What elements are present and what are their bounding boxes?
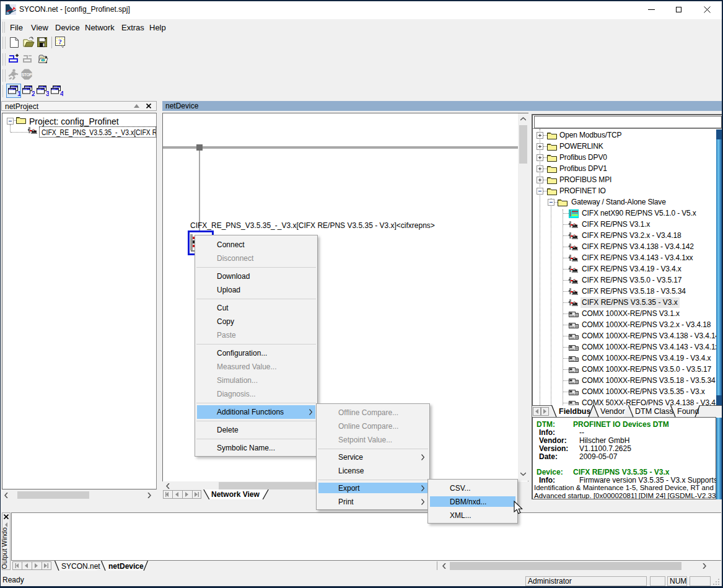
svg-text:netDevice: netDevice (108, 562, 144, 571)
svg-text:1: 1 (17, 90, 20, 97)
svg-text:4: 4 (60, 90, 63, 97)
svg-text:Found: Found (677, 407, 699, 416)
svg-text:SYCON.net: SYCON.net (61, 562, 100, 571)
svg-text:Fieldbus: Fieldbus (559, 407, 590, 416)
svg-text:2: 2 (32, 90, 35, 97)
svg-text:DTM Class: DTM Class (635, 407, 673, 416)
svg-text:Vendor: Vendor (600, 407, 625, 416)
svg-text:STOP: STOP (22, 72, 32, 77)
svg-text:3: 3 (46, 90, 49, 97)
svg-text:?: ? (58, 38, 62, 45)
